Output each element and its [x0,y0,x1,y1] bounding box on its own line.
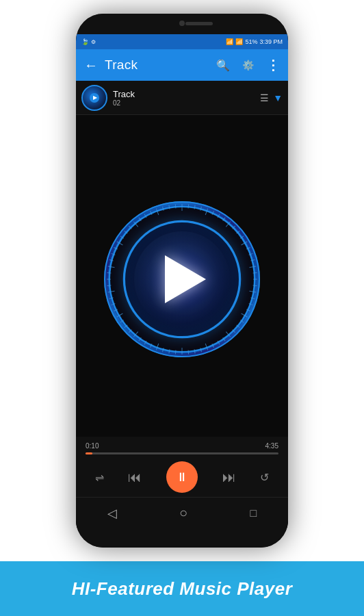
svg-line-17 [250,260,255,261]
status-bar: 🍃 ⚙ 📶 📶 51% 3:39 PM [76,34,288,49]
svg-line-73 [175,204,176,208]
svg-line-30 [226,332,230,337]
next-button[interactable]: ⏭ [222,470,236,485]
shuffle-button[interactable]: ⇌ [95,471,104,484]
equalizer-button[interactable]: ⚙️ [239,57,257,73]
disc-inner-ring[interactable] [124,221,240,337]
svg-line-16 [249,253,253,255]
thumb-play-circle: ▶ [90,93,99,103]
svg-line-52 [112,304,116,305]
phone-shell: 🍃 ⚙ 📶 📶 51% 3:39 PM ← Track 🔍 ⚙️ ⋮ [76,14,288,548]
svg-line-39 [175,350,176,355]
svg-line-19 [253,272,257,273]
wifi-icon: 📶 [226,38,233,45]
progress-bar-fill [86,452,92,454]
svg-line-36 [194,349,195,353]
status-right-info: 📶 📶 51% 3:39 PM [226,38,283,45]
svg-line-3 [188,204,189,208]
total-time: 4:35 [265,442,278,450]
svg-line-66 [133,222,138,227]
toolbar: ← Track 🔍 ⚙️ ⋮ [76,49,288,81]
repeat-button[interactable]: ↺ [260,471,269,484]
track-name: Track [113,89,255,99]
track-row[interactable]: ▶ Track 02 ☰ ▼ [76,81,288,115]
svg-line-10 [226,222,230,227]
track-number: 02 [113,99,255,107]
track-info: Track 02 [113,89,255,107]
nav-home-button[interactable]: ○ [166,500,201,526]
svg-line-40 [169,349,170,353]
current-time: 0:10 [86,442,99,450]
phone-top [76,14,288,34]
svg-line-53 [109,298,114,299]
prev-button[interactable]: ⏮ [128,470,142,485]
svg-line-21 [253,285,257,286]
disc-container [103,201,261,358]
phone-screen: 🍃 ⚙ 📶 📶 51% 3:39 PM ← Track 🔍 ⚙️ ⋮ [76,34,288,528]
thumb-play-icon: ▶ [93,94,97,101]
nav-recent-button[interactable]: □ [237,502,271,525]
toolbar-title: Track [105,57,209,73]
svg-line-72 [169,205,170,209]
svg-line-41 [163,348,164,352]
svg-line-37 [188,350,189,355]
leaf-icon: 🍃 [81,38,89,45]
play-button-triangle[interactable] [165,255,206,303]
svg-line-71 [163,207,164,211]
camera [179,21,185,26]
bottom-banner: HI-Featured Music Player [0,561,364,616]
phone-bottom [76,528,288,548]
progress-bar[interactable] [86,452,278,454]
svg-line-60 [112,253,116,255]
signal-icon: 📶 [235,38,243,45]
svg-line-55 [107,285,111,286]
svg-line-59 [109,260,114,261]
banner-text: HI-Featured Music Player [72,578,293,600]
speaker [185,22,213,25]
pause-icon: ⏸ [176,470,188,485]
status-left-icons: 🍃 ⚙ [81,38,96,45]
search-button[interactable]: 🔍 [213,56,233,75]
svg-line-57 [107,272,111,273]
svg-line-4 [194,205,195,209]
track-menu-icon[interactable]: ☰ [260,92,269,103]
svg-line-24 [249,304,253,305]
more-button[interactable]: ⋮ [263,54,283,76]
svg-line-5 [200,207,202,211]
svg-line-23 [250,298,255,299]
nav-back-button[interactable]: ◁ [94,500,131,526]
battery-text: 51% [245,38,257,45]
settings-status-icon: ⚙ [91,39,96,45]
time-text: 3:39 PM [259,38,283,45]
toolbar-icons: 🔍 ⚙️ ⋮ [213,54,283,76]
disc-outer-ring [104,201,260,357]
track-thumbnail: ▶ [81,85,107,111]
svg-line-46 [133,332,138,337]
nav-bar: ◁ ○ □ [76,497,288,528]
controls-section: ⇌ ⏮ ⏸ ⏭ ↺ [76,457,288,497]
progress-section: 0:10 4:35 [76,437,288,457]
svg-line-35 [200,348,202,352]
back-button[interactable]: ← [81,55,101,76]
player-main [76,115,288,437]
progress-times: 0:10 4:35 [86,442,278,450]
track-chevron-icon[interactable]: ▼ [273,92,283,103]
track-right-controls: ☰ ▼ [260,92,283,103]
pause-button[interactable]: ⏸ [166,461,198,493]
